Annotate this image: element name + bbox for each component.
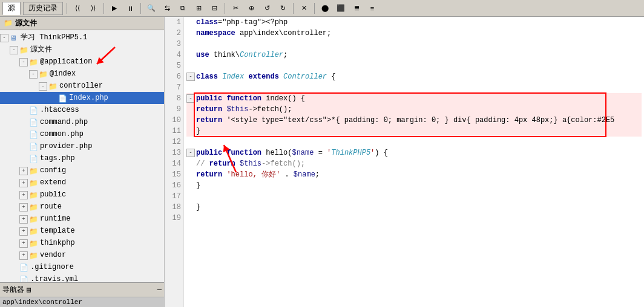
code-text-18: }: [196, 202, 642, 213]
tree-item-tags.php[interactable]: 📄tags.php: [0, 152, 164, 164]
tree-label-tags.php: tags.php: [40, 153, 75, 164]
tree-label-root: 学习 ThinkPHP5.1: [21, 32, 87, 43]
tree-item-app[interactable]: -📁@application: [0, 56, 164, 68]
file-tree[interactable]: -🖥学习 ThinkPHP5.1-📁源文件-📁@application-📁@in…: [0, 30, 164, 282]
tree-item-route[interactable]: +📁route: [0, 201, 164, 213]
toolbar-separator-5: [293, 3, 294, 14]
source-tab[interactable]: 源: [2, 2, 21, 15]
history-tab[interactable]: 历史记录: [23, 2, 63, 15]
code-display[interactable]: class="php-tag"><?phpnamespace app\index…: [184, 17, 644, 307]
tree-item-command.php[interactable]: 📄command.php: [0, 116, 164, 128]
tree-item-runtime[interactable]: +📁runtime: [0, 213, 164, 225]
code-text-5: [196, 60, 642, 71]
tree-toggle-root[interactable]: -: [0, 34, 8, 42]
tree-item-common.php[interactable]: 📄common.php: [0, 128, 164, 140]
tree-toggle-extend[interactable]: +: [19, 179, 28, 187]
tree-toggle-runtime[interactable]: +: [19, 215, 28, 224]
code-line-16: }: [186, 180, 642, 191]
toolbar-btn-14[interactable]: ✕: [297, 2, 310, 15]
tree-item-travis[interactable]: 📄.travis.yml: [0, 273, 164, 282]
tree-icon-thinkphp: 📁: [29, 239, 39, 247]
tree-toggle-vendor[interactable]: +: [19, 251, 28, 260]
code-line-4: use think\Controller;: [186, 50, 642, 60]
toolbar-btn-16[interactable]: ⬛: [334, 2, 347, 15]
tree-icon-travis: 📄: [19, 275, 29, 282]
editor-content: 12345678910111213141516171819 class="php…: [165, 17, 644, 307]
minimize-icon[interactable]: —: [157, 286, 162, 294]
line-numbers: 12345678910111213141516171819: [165, 17, 184, 307]
tree-item-template[interactable]: +📁template: [0, 225, 164, 237]
tree-toggle-template[interactable]: +: [19, 227, 28, 236]
tree-toggle-src[interactable]: -: [10, 46, 18, 54]
tree-item-extend[interactable]: +📁extend: [0, 176, 164, 189]
tree-icon-route: 📁: [29, 202, 39, 211]
toolbar-btn-10[interactable]: ✂: [229, 2, 242, 15]
tree-item-public[interactable]: +📁public: [0, 189, 164, 201]
search-icon-btn[interactable]: 🔍: [145, 2, 158, 15]
tree-icon-public: 📁: [29, 190, 39, 199]
tree-label-config: config: [40, 165, 66, 176]
tree-item-config[interactable]: +📁config: [0, 164, 164, 176]
code-toggle-13[interactable]: -: [186, 149, 195, 157]
code-line-18: }: [186, 202, 642, 213]
code-text-2: namespace app\index\controller;: [196, 28, 642, 39]
tree-toggle-app[interactable]: -: [19, 58, 28, 66]
tree-toggle-thinkphp[interactable]: +: [19, 239, 28, 248]
code-line-1: class="php-tag"><?php: [186, 17, 642, 28]
code-toggle-8[interactable]: -: [186, 94, 195, 103]
code-line-3: [186, 39, 642, 50]
tree-toggle-index[interactable]: -: [29, 70, 38, 79]
code-line-9: return $this->fetch();: [186, 104, 642, 115]
line-num-17: 17: [165, 191, 183, 202]
tree-item-index[interactable]: -📁@index: [0, 68, 164, 80]
tree-toggle-controller[interactable]: -: [39, 82, 47, 91]
line-num-1: 1: [165, 17, 183, 28]
tree-item-src[interactable]: -📁源文件: [0, 44, 164, 56]
tree-label-runtime: runtime: [40, 213, 70, 224]
tree-item-Index.php[interactable]: 📄Index.php: [0, 92, 164, 104]
code-text-19: [196, 213, 642, 224]
main-toolbar: 源 历史记录 ⟨⟨ ⟩⟩ ▶ ⏸ 🔍 ⇆ ⧉ ⊞ ⊟ ✂ ⊕ ↺ ↻ ✕ ⬤ ⬛…: [0, 0, 644, 17]
toolbar-btn-11[interactable]: ⊕: [245, 2, 258, 15]
tree-item-thinkphp[interactable]: +📁thinkphp: [0, 237, 164, 249]
code-text-6: class Index extends Controller {: [196, 71, 642, 82]
tree-label-thinkphp: thinkphp: [40, 238, 75, 248]
code-toggle-6[interactable]: -: [186, 73, 195, 81]
tree-item-controller[interactable]: -📁controller: [0, 80, 164, 92]
tree-label-Index.php: Index.php: [69, 92, 108, 103]
tree-item-htaccess[interactable]: 📄.htaccess: [0, 104, 164, 116]
tree-label-public: public: [40, 189, 66, 200]
toolbar-btn-9[interactable]: ⊟: [208, 2, 221, 15]
toolbar-btn-15[interactable]: ⬤: [318, 2, 332, 15]
toolbar-btn-17[interactable]: ≣: [350, 2, 363, 15]
toolbar-btn-8[interactable]: ⊞: [192, 2, 205, 15]
toolbar-btn-18[interactable]: ≡: [366, 2, 379, 15]
toolbar-btn-13[interactable]: ↻: [276, 2, 289, 15]
toolbar-btn-4[interactable]: ⏸: [123, 2, 137, 15]
toolbar-separator-2: [104, 3, 104, 14]
sidebar-title: 📁 源文件: [0, 17, 164, 30]
toolbar-btn-2[interactable]: ⟩⟩: [87, 2, 100, 15]
tree-icon-command.php: 📄: [29, 118, 39, 126]
tree-icon-src: 📁: [19, 45, 29, 54]
tree-toggle-config[interactable]: +: [19, 167, 28, 175]
tree-toggle-route[interactable]: +: [19, 203, 28, 212]
tree-item-gitignore[interactable]: 📄.gitignore: [0, 261, 164, 273]
code-line-7: [186, 82, 642, 93]
nav-path: app\index\controller: [2, 299, 82, 306]
code-line-8: - public function index() {: [186, 93, 642, 104]
tree-item-root[interactable]: -🖥学习 ThinkPHP5.1: [0, 31, 164, 44]
code-text-1: class="php-tag"><?php: [196, 17, 642, 28]
tree-label-common.php: common.php: [40, 129, 84, 140]
tree-toggle-public[interactable]: +: [19, 191, 28, 199]
tree-label-travis: .travis.yml: [30, 274, 78, 282]
tree-item-vendor[interactable]: +📁vendor: [0, 249, 164, 261]
toolbar-btn-12[interactable]: ↺: [260, 2, 274, 15]
toolbar-btn-7[interactable]: ⧉: [176, 2, 189, 15]
nav-path-bar: app\index\controller: [0, 297, 164, 307]
toolbar-btn-3[interactable]: ▶: [108, 2, 121, 15]
toolbar-btn-6[interactable]: ⇆: [160, 2, 174, 15]
tree-item-provider.php[interactable]: 📄provider.php: [0, 140, 164, 152]
toolbar-btn-1[interactable]: ⟨⟨: [71, 2, 84, 15]
code-text-16: }: [196, 180, 642, 191]
